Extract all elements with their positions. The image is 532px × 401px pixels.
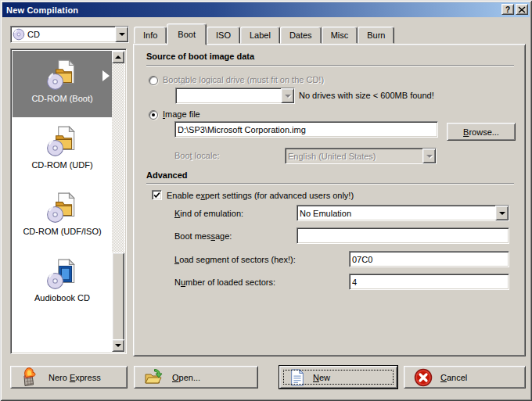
list-scrollbar[interactable] xyxy=(112,51,124,352)
boot-locale-combo: English (United States) xyxy=(285,148,437,164)
source-group-title: Source of boot image data xyxy=(146,52,254,61)
selected-item-arrow-icon xyxy=(102,70,110,81)
cd-book-document-icon xyxy=(46,258,79,291)
tab-label[interactable]: Label xyxy=(240,27,280,44)
new-document-icon xyxy=(289,369,305,386)
cancel-button[interactable]: Cancel xyxy=(404,366,526,388)
tab-iso[interactable]: ISO xyxy=(207,27,240,44)
compilation-type-value: CD xyxy=(25,30,115,39)
nero-express-label: Nero Express xyxy=(49,373,101,382)
tab-burn[interactable]: Burn xyxy=(358,27,394,44)
loaded-sectors-label: Number of loaded sectors: xyxy=(174,277,275,287)
expert-settings-checkbox[interactable] xyxy=(152,190,162,200)
boot-message-label: Boot message: xyxy=(174,231,232,241)
cd-folder-document-icon xyxy=(46,125,79,158)
list-item-cdrom-udf-iso[interactable]: CD-ROM (UDF/ISO) xyxy=(13,184,112,250)
chevron-down-icon xyxy=(119,33,125,36)
browse-button[interactable]: Browse... xyxy=(447,123,516,141)
emulation-label: Kind of emulation: xyxy=(174,209,243,218)
expert-settings-checkbox-label: Enable expert settings (for advanced use… xyxy=(167,191,354,200)
tab-dates[interactable]: Dates xyxy=(280,27,322,44)
titlebar[interactable]: New Compilation ? xyxy=(2,2,530,17)
compilation-list: CD-ROM (Boot) CD-ROM (UDF) CD-ROM (UDF/I… xyxy=(10,48,127,354)
scroll-down-button[interactable] xyxy=(112,339,124,352)
list-item-cdrom-udf[interactable]: CD-ROM (UDF) xyxy=(13,117,112,184)
cd-folder-document-icon xyxy=(46,59,79,91)
load-segment-label: Load segment of sectors (hex!): xyxy=(174,255,296,264)
no-drives-message: No drives with size < 600MB found! xyxy=(299,91,434,100)
triangle-down-icon xyxy=(115,344,121,347)
open-folder-icon xyxy=(144,367,164,388)
question-mark-icon: ? xyxy=(505,5,510,14)
bootable-drive-dropdown-button xyxy=(281,88,294,103)
close-icon xyxy=(518,6,526,13)
boot-locale-dropdown-button xyxy=(422,149,436,163)
compilation-type-combo[interactable]: CD xyxy=(10,26,129,43)
boot-tab-panel: Source of boot image data Bootable logic… xyxy=(133,44,526,356)
bootable-drive-radio xyxy=(149,76,158,85)
emulation-dropdown-button[interactable] xyxy=(495,206,509,220)
window-title: New Compilation xyxy=(6,5,78,15)
load-segment-input[interactable] xyxy=(349,251,509,267)
new-label: New xyxy=(313,373,330,382)
open-button[interactable]: Open... xyxy=(134,366,258,388)
loaded-sectors-input[interactable] xyxy=(349,274,509,290)
bootable-drive-combo xyxy=(175,88,295,104)
tab-misc[interactable]: Misc xyxy=(322,27,358,44)
chevron-down-icon xyxy=(285,95,291,98)
browse-button-label: Browse... xyxy=(463,127,499,137)
image-file-input[interactable] xyxy=(174,121,438,138)
nero-express-button[interactable]: Nero Express xyxy=(10,366,128,388)
source-group-divider xyxy=(146,65,514,66)
chevron-down-icon xyxy=(499,212,505,215)
list-item-audiobook-cd[interactable]: Audiobook CD xyxy=(13,250,112,317)
tab-boot[interactable]: Boot xyxy=(167,23,207,45)
cd-folder-document-icon xyxy=(46,192,79,224)
advanced-group-divider xyxy=(146,183,514,184)
scroll-up-button[interactable] xyxy=(112,51,124,63)
help-button[interactable]: ? xyxy=(501,4,514,15)
triangle-up-icon xyxy=(115,55,121,59)
new-compilation-dialog: New Compilation ? CD Info Boot ISO Label… xyxy=(0,0,532,401)
boot-message-input[interactable] xyxy=(297,227,509,244)
chevron-down-icon xyxy=(426,155,433,158)
open-label: Open... xyxy=(172,373,200,382)
bootable-drive-radio-label: Bootable logical drive (must fit on the … xyxy=(163,75,324,84)
compilation-type-dropdown-button[interactable] xyxy=(115,27,128,42)
advanced-group-title: Advanced xyxy=(146,170,188,180)
cancel-icon xyxy=(414,368,433,387)
nero-flame-icon xyxy=(20,367,41,388)
cd-icon xyxy=(13,28,25,41)
tab-bar: Info Boot ISO Label Dates Misc Burn xyxy=(134,23,394,45)
boot-locale-label: Boot locale: xyxy=(174,151,220,160)
close-button[interactable] xyxy=(516,4,528,15)
scrollbar-thumb[interactable] xyxy=(112,252,124,342)
image-file-radio-label: Image file xyxy=(163,109,200,119)
image-file-radio[interactable] xyxy=(149,110,158,120)
checkmark-icon xyxy=(153,191,161,199)
cancel-label: Cancel xyxy=(440,373,467,382)
new-button[interactable]: New xyxy=(279,366,397,388)
emulation-combo[interactable]: No Emulation xyxy=(297,205,509,221)
list-item-cdrom-boot[interactable]: CD-ROM (Boot) xyxy=(13,51,112,117)
tab-info[interactable]: Info xyxy=(134,27,167,44)
